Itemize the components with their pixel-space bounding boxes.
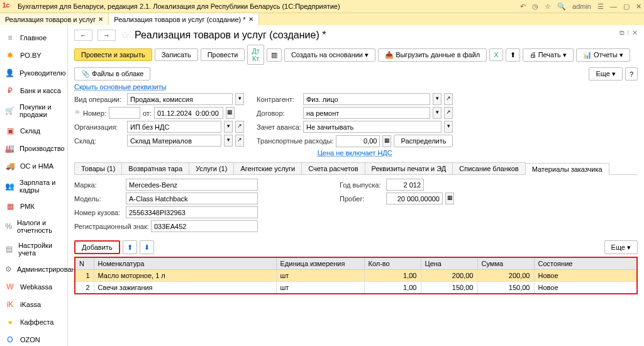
sidebar-item[interactable]: %Налоги и отчетность bbox=[0, 215, 67, 238]
sidebar-item[interactable]: 🛒Покупки и продажи bbox=[0, 99, 67, 122]
close-icon[interactable]: ✕ bbox=[636, 3, 641, 11]
add-row-button[interactable]: Добавить bbox=[74, 240, 120, 254]
sidebar-item[interactable]: ▣Склад bbox=[0, 122, 67, 140]
pin-icon[interactable]: ⁝ bbox=[627, 29, 630, 37]
calendar-icon[interactable]: ▦ bbox=[226, 107, 235, 119]
table-header[interactable]: N bbox=[75, 257, 94, 270]
doc-tab[interactable]: Счета расчетов bbox=[301, 162, 365, 174]
sidebar-item[interactable]: ▤Настройки учета bbox=[0, 238, 67, 260]
dropdown-icon[interactable]: ▾ bbox=[235, 93, 244, 105]
scan-icon[interactable]: ▥ bbox=[267, 48, 282, 62]
sidebar-item[interactable]: ₽Банк и касса bbox=[0, 82, 67, 99]
transport-field[interactable] bbox=[336, 135, 380, 147]
doc-tab[interactable]: Агентские услуги bbox=[233, 162, 302, 174]
move-up-button[interactable]: ⬆ bbox=[123, 240, 137, 254]
table-header[interactable]: Единица измерения bbox=[276, 257, 364, 270]
star-icon[interactable]: ☆ bbox=[545, 3, 551, 11]
detach-icon[interactable]: ⧉ bbox=[619, 29, 625, 37]
open-icon[interactable]: ↗ bbox=[444, 107, 453, 119]
doc-tab[interactable]: Списание бланков bbox=[452, 162, 525, 174]
number-field[interactable] bbox=[109, 107, 140, 119]
close-doc-icon[interactable]: ✕ bbox=[632, 29, 638, 37]
sidebar-item[interactable]: ✱PO.BY bbox=[0, 47, 67, 64]
export-button[interactable]: 📥 Выгрузить данные в файл bbox=[378, 48, 487, 62]
dropdown-icon[interactable]: ▾ bbox=[444, 121, 453, 133]
sidebar-item[interactable]: ⚙Администрирование bbox=[0, 260, 67, 278]
favorite-icon[interactable]: ☆ bbox=[121, 29, 130, 41]
move-down-button[interactable]: ⬇ bbox=[140, 240, 154, 254]
upload-icon[interactable]: ⬆ bbox=[506, 48, 520, 62]
counterparty-field[interactable] bbox=[303, 93, 430, 105]
table-row[interactable]: 2Свечи зажиганияшт1,00150,00150,00Новое bbox=[75, 282, 637, 294]
dropdown-icon[interactable]: ▾ bbox=[433, 93, 441, 105]
excel-icon[interactable]: X bbox=[489, 48, 502, 61]
open-icon[interactable]: ↗ bbox=[235, 121, 244, 133]
advance-field[interactable] bbox=[303, 121, 441, 133]
dropdown-icon[interactable]: ▾ bbox=[224, 121, 233, 133]
maximize-icon[interactable]: ▢ bbox=[623, 3, 630, 11]
minimize-icon[interactable]: — bbox=[610, 3, 617, 10]
doc-tab[interactable]: Материалы заказчика bbox=[525, 163, 609, 175]
org-field[interactable] bbox=[127, 121, 221, 133]
vin-field[interactable] bbox=[126, 206, 258, 218]
nav-fwd-button[interactable]: → bbox=[97, 30, 116, 41]
distribute-button[interactable]: Распределить bbox=[394, 135, 453, 147]
search-icon[interactable]: 🔍 bbox=[557, 3, 566, 11]
operation-field[interactable] bbox=[127, 93, 233, 105]
date-field[interactable] bbox=[154, 107, 223, 119]
table-header[interactable]: Сумма bbox=[477, 257, 534, 270]
post-button[interactable]: Провести bbox=[201, 48, 245, 61]
table-header[interactable]: Состояние bbox=[534, 257, 637, 270]
cloud-files-button[interactable]: 📎 Файлы в облаке bbox=[74, 67, 150, 81]
sidebar-item[interactable]: 🏭Производство bbox=[0, 140, 67, 157]
tab-close-icon[interactable]: ✕ bbox=[98, 16, 103, 23]
table-header[interactable]: Номенклатура bbox=[94, 257, 276, 270]
open-icon[interactable]: ↗ bbox=[235, 135, 244, 147]
vat-link[interactable]: Цена не включает НДС bbox=[318, 149, 392, 157]
reports-button[interactable]: 📊 Отчеты ▾ bbox=[576, 48, 630, 62]
app-tab[interactable]: Реализация товаров и услуг (создание) * … bbox=[109, 13, 258, 25]
print-button[interactable]: 🖨 Печать ▾ bbox=[523, 48, 574, 62]
post-close-button[interactable]: Провести и закрыть bbox=[74, 48, 152, 61]
doc-tab[interactable]: Услуги (1) bbox=[189, 162, 234, 174]
dropdown-icon[interactable]: ▾ bbox=[433, 107, 441, 119]
year-field[interactable] bbox=[386, 179, 424, 191]
create-based-button[interactable]: Создать на основании ▾ bbox=[284, 48, 375, 62]
table-more-button[interactable]: Еще ▾ bbox=[604, 240, 638, 254]
sidebar-item[interactable]: 🚚ОС и НМА bbox=[0, 157, 67, 175]
brand-field[interactable] bbox=[126, 179, 258, 191]
sidebar-item[interactable]: iKiKassa bbox=[0, 296, 67, 313]
calc-icon[interactable]: ▦ bbox=[445, 193, 454, 204]
contract-field[interactable] bbox=[303, 107, 430, 119]
plate-field[interactable] bbox=[151, 220, 258, 232]
doc-tab[interactable]: Реквизиты печати и ЭД bbox=[365, 162, 453, 174]
history-icon[interactable]: ◷ bbox=[532, 3, 538, 11]
mileage-field[interactable] bbox=[386, 193, 443, 204]
model-field[interactable] bbox=[126, 193, 258, 204]
open-icon[interactable]: ↗ bbox=[444, 93, 453, 105]
write-button[interactable]: Записать bbox=[155, 48, 198, 61]
nav-back-button[interactable]: ← bbox=[74, 30, 92, 41]
menu-icon[interactable]: ☰ bbox=[597, 3, 604, 11]
nav-back-icon[interactable]: ↶ bbox=[520, 3, 526, 11]
app-tab[interactable]: Реализация товаров и услуг ✕ bbox=[0, 13, 109, 25]
sidebar-item[interactable]: WWebkassa bbox=[0, 278, 67, 296]
sidebar-item[interactable]: ≡Главное bbox=[0, 29, 67, 47]
sidebar-item[interactable]: 👥Зарплата и кадры bbox=[0, 175, 67, 198]
dt-kt-icon[interactable]: ДтКт bbox=[247, 45, 264, 65]
sidebar-item[interactable]: 👤Руководителю bbox=[0, 64, 67, 82]
more-button[interactable]: Еще ▾ bbox=[589, 67, 622, 81]
doc-tab[interactable]: Товары (1) bbox=[74, 162, 122, 174]
sidebar-item[interactable]: ●Каффеста bbox=[0, 313, 67, 331]
flag-icon[interactable]: ⚑ bbox=[74, 109, 80, 117]
sidebar-item[interactable]: ▦РМК bbox=[0, 198, 67, 215]
hide-main-fields-link[interactable]: Скрыть основные реквизиты bbox=[74, 83, 167, 91]
help-button[interactable]: ? bbox=[625, 67, 638, 81]
dropdown-icon[interactable]: ▾ bbox=[224, 135, 233, 147]
doc-tab[interactable]: Возвратная тара bbox=[121, 162, 189, 174]
warehouse-field[interactable] bbox=[127, 135, 221, 147]
table-header[interactable]: Кол-во bbox=[364, 257, 421, 270]
sidebar-item[interactable]: OOZON bbox=[0, 331, 67, 346]
table-header[interactable]: Цена bbox=[421, 257, 477, 270]
table-row[interactable]: 1Масло моторное, 1 лшт1,00200,00200,00Но… bbox=[75, 270, 637, 282]
